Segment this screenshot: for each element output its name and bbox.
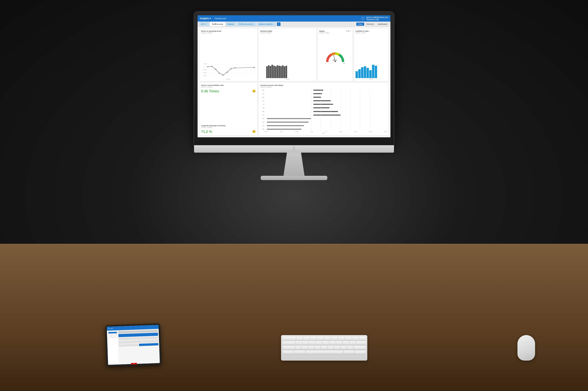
equity-menu-icon[interactable]: ☰ <box>348 30 349 32</box>
card-return-subtitle: 9/1/2016 - 2/28/2017 <box>201 32 256 34</box>
key-e <box>310 337 317 340</box>
tab-kpis-label: KPI's <box>201 23 205 25</box>
liabilities-x-axis: Months <box>356 79 387 80</box>
key-j <box>336 341 342 345</box>
svg-text:-5.00: -5.00 <box>202 72 206 74</box>
equity-options-icon[interactable]: ▽ <box>350 30 351 32</box>
user-email: james.smith@visma.com <box>366 16 388 18</box>
tab-balance-sparkline[interactable]: Balance (Sparklin... <box>257 22 276 26</box>
add-tab-button[interactable]: + <box>277 22 280 26</box>
desk-surface <box>0 244 588 391</box>
equity-filter-icon[interactable]: ⚙ <box>346 30 347 32</box>
svg-point-14 <box>223 75 224 76</box>
key-f <box>316 341 322 345</box>
long-finance-metric: 71.2 % 😊 <box>201 129 256 134</box>
share-button[interactable]: Share <box>356 22 364 26</box>
key-cmd-l <box>294 350 305 354</box>
elements-button[interactable]: Elements <box>365 22 376 26</box>
month-oct: Oct <box>260 114 264 115</box>
long-finance-value: 71.2 % <box>201 130 212 134</box>
month-aug: Aug <box>260 107 264 108</box>
month-feb: Feb <box>260 128 264 130</box>
key-shift-l <box>283 346 295 349</box>
svg-point-20 <box>334 61 336 62</box>
tab-kpis-close[interactable]: ✕ <box>206 23 207 25</box>
card-return-on-assets: Return on operating assets 9/1/2016 - 2/… <box>199 29 257 81</box>
month-jun: Jun <box>260 100 264 101</box>
key-x <box>302 346 308 349</box>
key-opt-r <box>355 350 366 354</box>
svg-text:-7.50: -7.50 <box>202 75 206 77</box>
camera-dot <box>293 13 295 14</box>
key-r <box>317 337 324 340</box>
nav-brand[interactable]: Insights ▾ <box>200 17 211 20</box>
imac: Insights ▾ Dashboards ? james.smith@vism… <box>194 12 394 180</box>
keyboard <box>281 335 367 361</box>
month-sep: Sep <box>260 111 264 112</box>
svg-point-13 <box>219 73 220 74</box>
month-nov: Nov <box>260 118 264 119</box>
svg-point-12 <box>215 69 216 70</box>
key-o <box>352 337 359 340</box>
key-h <box>329 341 335 345</box>
key-l <box>349 341 356 345</box>
ipad-logo-text: VITIA <box>133 363 135 364</box>
month-jul: Jul <box>260 104 264 105</box>
long-finance-subtitle: 2/1/2017 - 2/28/2017 <box>201 127 256 128</box>
working-capital-title: Working Capital <box>260 30 315 32</box>
equity-header: Equity... 3/1/2016 - 2/28/2... ⚙ ☰ ▽ <box>320 30 351 34</box>
brand-insights[interactable]: Insights <box>200 17 209 20</box>
key-k <box>343 341 349 345</box>
svg-point-17 <box>234 68 236 68</box>
key-cmd-r <box>343 350 354 354</box>
return-x-axis: Months <box>201 79 256 80</box>
working-capital-chart: Months <box>260 34 315 80</box>
brand-dropdown-icon[interactable]: ▾ <box>209 17 211 20</box>
key-t <box>324 337 331 340</box>
month-jan: Jan <box>260 125 264 126</box>
key-tab <box>283 337 296 340</box>
cash-ratio-subtitle: 2/1/2017 - 2/28/2017 <box>201 86 256 88</box>
card-inventory-turnover: Inventory turnover ratio (Days) 3/1/2016… <box>259 83 389 135</box>
key-fn <box>283 350 294 354</box>
key-z <box>295 346 301 349</box>
key-n <box>328 346 334 349</box>
cash-ratio-title: Cash to current liabilities ratio <box>201 84 256 86</box>
liabilities-chart: Months <box>356 34 387 80</box>
app-navbar: Insights ▾ Dashboards ? james.smith@vism… <box>197 15 391 22</box>
imac-neck <box>276 153 312 176</box>
dashboards-button[interactable]: Dashboards <box>376 22 389 26</box>
svg-text:-2.50: -2.50 <box>202 69 206 71</box>
return-chart-area: 2.50 0 -2.50 -5.00 -7.50 <box>201 34 256 80</box>
tab-profit-loss[interactable]: Profit & Loss <box>210 22 225 26</box>
ipad: Vismanet VITIA <box>105 323 161 367</box>
gauge-svg: 0 25 50 75 100 57.2 % <box>324 49 347 65</box>
nav-dashboards[interactable]: Dashboards <box>215 17 226 20</box>
key-v <box>315 346 321 349</box>
ipad-header-text: Vismanet <box>108 328 113 329</box>
imac-bezel: Insights ▾ Dashboards ? james.smith@vism… <box>194 12 394 145</box>
month-apr: Apr <box>260 93 264 94</box>
return-svg: 2.50 0 -2.50 -5.00 -7.50 <box>201 62 256 78</box>
tab-profit-sparkline[interactable]: Profit and Loss (S... <box>237 22 256 26</box>
help-icon[interactable]: ? <box>361 17 364 20</box>
svg-text:0: 0 <box>325 63 326 64</box>
tab-balance[interactable]: Balance <box>226 22 236 26</box>
key-a <box>296 341 302 345</box>
key-period <box>347 346 353 349</box>
key-q <box>296 337 303 340</box>
cash-ratio-value: 0.36 Times <box>201 89 219 93</box>
card-return-title: Return on operating assets <box>201 30 256 32</box>
ipad-content <box>107 329 160 365</box>
tab-kpis[interactable]: KPI's ✕ <box>199 22 209 26</box>
equity-subtitle: 3/1/2016 - 2/28/2... <box>320 32 330 34</box>
key-w <box>303 337 310 340</box>
magic-mouse[interactable] <box>518 335 535 361</box>
imac-chin:  <box>194 145 394 153</box>
key-c <box>308 346 314 349</box>
long-finance-title: Long-time financing of inventory <box>201 125 256 126</box>
key-space[interactable] <box>306 350 343 354</box>
tabs-bar: KPI's ✕ Profit & Loss Balance Profit and… <box>197 22 391 27</box>
svg-point-11 <box>211 66 212 67</box>
ipad-main <box>118 330 159 364</box>
